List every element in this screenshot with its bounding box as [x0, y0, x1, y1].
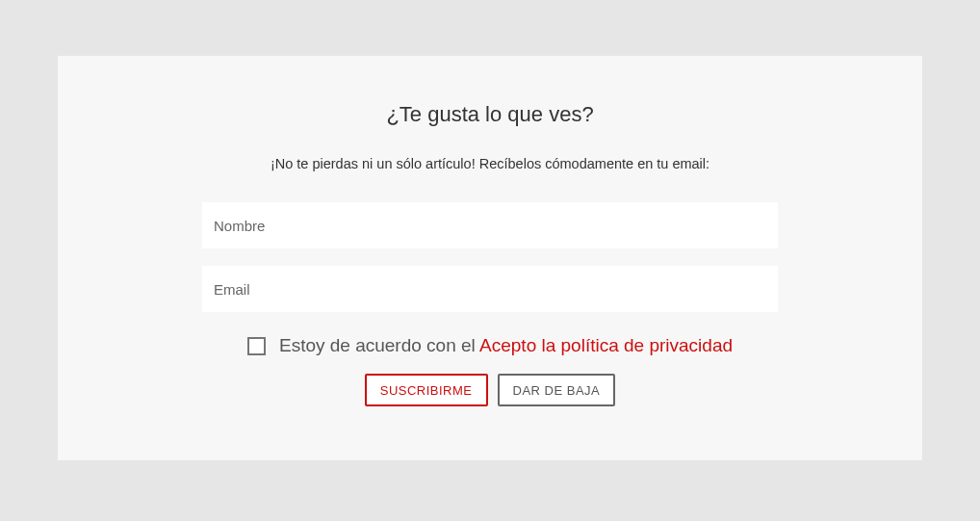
email-input[interactable]	[202, 266, 778, 312]
consent-label-wrapper: Estoy de acuerdo con el Acepto la políti…	[279, 335, 733, 356]
consent-checkbox[interactable]	[247, 337, 266, 355]
consent-prefix: Estoy de acuerdo con el	[279, 335, 479, 355]
card-title: ¿Te gusta lo que ves?	[202, 102, 778, 127]
unsubscribe-button[interactable]: DAR DE BAJA	[498, 374, 616, 406]
subscribe-button[interactable]: SUSCRIBIRME	[365, 374, 488, 406]
card-subtitle: ¡No te pierdas ni un sólo artículo! Recí…	[202, 156, 778, 171]
name-input[interactable]	[202, 202, 778, 248]
privacy-policy-link[interactable]: Acepto la política de privacidad	[479, 335, 733, 355]
button-row: SUSCRIBIRME DAR DE BAJA	[202, 374, 778, 406]
consent-row: Estoy de acuerdo con el Acepto la políti…	[202, 335, 778, 356]
subscription-card: ¿Te gusta lo que ves? ¡No te pierdas ni …	[58, 56, 922, 460]
